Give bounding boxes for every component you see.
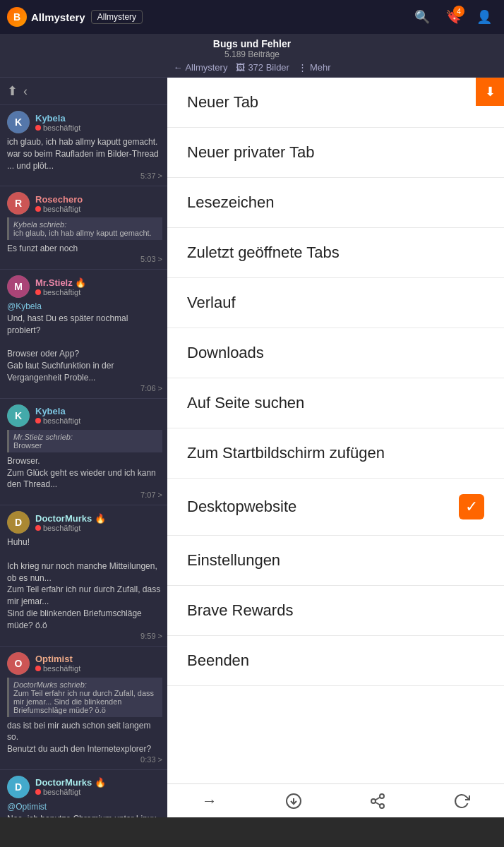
- nav-more[interactable]: ⋮ Mehr: [298, 62, 331, 73]
- share-button[interactable]: [362, 786, 393, 817]
- list-item[interactable]: R Rosechero beschäftigt Kybela schrieb:i…: [0, 186, 169, 270]
- list-item[interactable]: O Optimist beschäftigt DoctorMurks schri…: [0, 647, 169, 770]
- menu-item-add-to-homescreen[interactable]: Zum Startbildschirm zufügen: [167, 428, 504, 479]
- list-item[interactable]: D DoctorMurks 🔥 beschäftigt Huhu!Ich kri…: [0, 505, 169, 646]
- tab-label[interactable]: Allmystery: [91, 10, 143, 24]
- page-title: Bugs und Fehler: [213, 38, 291, 49]
- list-item[interactable]: M Mr.Stielz 🔥 beschäftigt @KybelaUnd, ha…: [0, 270, 169, 399]
- post-time: 7:07 >: [7, 491, 162, 499]
- svg-line-5: [376, 802, 380, 805]
- menu-item-label-find-on-page: Auf Seite suchen: [187, 394, 304, 412]
- menu-item-new-private-tab[interactable]: Neuer privater Tab: [167, 128, 504, 178]
- bookmarks-button[interactable]: 🔖 4: [440, 4, 466, 30]
- svg-point-4: [380, 804, 384, 808]
- mention: @Kybela: [7, 301, 162, 313]
- refresh-button[interactable]: [446, 786, 477, 817]
- status-dot: [35, 789, 41, 795]
- browser-name: Allmystery: [31, 11, 85, 23]
- status-dot: [35, 289, 41, 295]
- dropdown-menu: Neuer TabNeuer privater TabLesezeichenZu…: [167, 78, 504, 817]
- page-nav: ← Allmystery 🖼 372 Bilder ⋮ Mehr: [173, 62, 330, 73]
- post-header: R Rosechero beschäftigt: [7, 192, 162, 215]
- post-text: das ist bei mir auch schon seit langem s…: [7, 720, 162, 755]
- bottom-toolbar: →: [167, 783, 504, 817]
- avatar: R: [7, 192, 30, 215]
- post-list: K Kybela beschäftigt ich glaub, ich hab …: [0, 105, 169, 817]
- list-item[interactable]: K Kybela beschäftigt Mr.Stielz schrieb:B…: [0, 399, 169, 505]
- username: DoctorMurks 🔥: [35, 777, 106, 788]
- post-time: 5:37 >: [7, 172, 162, 180]
- upload-icon[interactable]: ⬆: [7, 83, 18, 99]
- browser-logo: B Allmystery: [7, 7, 85, 27]
- browser-top-right: 🔍 🔖 4 👤: [409, 4, 497, 30]
- menu-item-settings[interactable]: Einstellungen: [167, 536, 504, 586]
- avatar: M: [7, 275, 30, 298]
- menu-item-history[interactable]: Verlauf: [167, 278, 504, 328]
- post-quote: Kybela schrieb:ich glaub, ich hab allmy …: [7, 217, 162, 240]
- page-subtitle: 5.189 Beiträge: [224, 49, 280, 59]
- menu-item-recent-tabs[interactable]: Zuletzt geöffnete Tabs: [167, 228, 504, 278]
- menu-item-label-desktop-site: Desktopwebsite: [187, 498, 296, 516]
- avatar: D: [7, 776, 30, 798]
- dl-icon[interactable]: ⬇: [476, 78, 504, 106]
- menu-item-bookmarks[interactable]: Lesezeichen: [167, 178, 504, 228]
- status-text: beschäftigt: [35, 288, 86, 296]
- post-header: D DoctorMurks 🔥 beschäftigt: [7, 776, 162, 798]
- menu-item-downloads[interactable]: Downloads: [167, 328, 504, 378]
- list-item[interactable]: K Kybela beschäftigt ich glaub, ich hab …: [0, 105, 169, 186]
- bookmarks-badge: 4: [453, 6, 464, 17]
- menu-item-desktop-site[interactable]: Desktopwebsite✓: [167, 479, 504, 536]
- post-header: K Kybela beschäftigt: [7, 404, 162, 427]
- forum-panel: ⬆ ‹ K Kybela beschäftigt ich glaub, ich …: [0, 78, 169, 817]
- status-text: beschäftigt: [35, 524, 106, 532]
- post-time: 5:03 >: [7, 255, 162, 263]
- username: Kybela: [35, 406, 80, 416]
- post-time: 0:33 >: [7, 755, 162, 764]
- menu-item-label-new-private-tab: Neuer privater Tab: [187, 143, 315, 162]
- search-button[interactable]: 🔍: [409, 4, 435, 30]
- svg-line-6: [376, 797, 380, 800]
- menu-item-label-history: Verlauf: [187, 294, 236, 312]
- menu-item-label-quit: Beenden: [187, 651, 249, 670]
- status-dot: [35, 666, 41, 671]
- post-text: Es funzt aber noch: [7, 243, 162, 255]
- post-header: D DoctorMurks 🔥 beschäftigt: [7, 511, 162, 534]
- nav-back[interactable]: ← Allmystery: [173, 62, 227, 73]
- status-dot: [35, 206, 41, 212]
- mention: @Optimist: [7, 801, 162, 813]
- browser-top-bar: B Allmystery Allmystery 🔍 🔖 4 👤: [0, 0, 504, 34]
- menu-item-label-brave-rewards: Brave Rewards: [187, 601, 293, 620]
- post-quote: Mr.Stielz schrieb:Browser: [7, 430, 162, 452]
- post-header: K Kybela beschäftigt: [7, 111, 162, 133]
- post-text: Browser.Zum Glück geht es wieder und ich…: [7, 455, 162, 491]
- download-button[interactable]: [278, 786, 309, 817]
- back-nav-icon[interactable]: ‹: [23, 84, 28, 99]
- status-dot: [35, 418, 41, 424]
- username: Kybela: [35, 113, 80, 124]
- menu-item-brave-rewards[interactable]: Brave Rewards: [167, 586, 504, 636]
- menu-item-quit[interactable]: Beenden: [167, 636, 504, 686]
- username: Optimist: [35, 654, 80, 664]
- profile-button[interactable]: 👤: [472, 4, 497, 30]
- status-text: beschäftigt: [35, 788, 106, 796]
- menu-item-label-settings: Einstellungen: [187, 551, 280, 570]
- svg-point-2: [380, 794, 384, 798]
- forward-button[interactable]: →: [194, 786, 225, 817]
- avatar: O: [7, 652, 30, 675]
- menu-item-new-tab[interactable]: Neuer Tab: [167, 78, 504, 128]
- menu-item-label-downloads: Downloads: [187, 344, 264, 362]
- status-text: beschäftigt: [35, 416, 80, 425]
- avatar: K: [7, 404, 30, 427]
- menu-item-label-add-to-homescreen: Zum Startbildschirm zufügen: [187, 444, 385, 462]
- menu-item-find-on-page[interactable]: Auf Seite suchen: [167, 378, 504, 428]
- download-top-right-button[interactable]: ⬇: [476, 78, 504, 106]
- avatar: D: [7, 511, 30, 534]
- checkbox-checked-icon[interactable]: ✓: [459, 494, 484, 519]
- post-header: O Optimist beschäftigt: [7, 652, 162, 675]
- nav-images[interactable]: 🖼 372 Bilder: [236, 62, 289, 73]
- username: Rosechero: [35, 194, 83, 205]
- list-item[interactable]: D DoctorMurks 🔥 beschäftigt @OptimistNee…: [0, 770, 169, 817]
- status-dot: [35, 125, 41, 131]
- status-text: beschäftigt: [35, 205, 83, 213]
- post-text: Nee, ich benutze Chromium unter Linux.: [7, 813, 162, 817]
